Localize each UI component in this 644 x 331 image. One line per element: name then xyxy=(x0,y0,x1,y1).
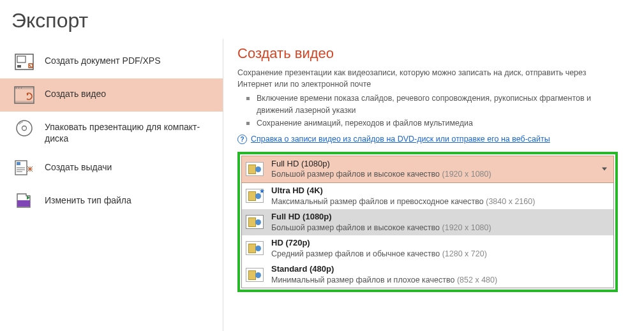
svg-rect-5 xyxy=(15,101,34,103)
quality-option-desc: Большой размер файлов и высокое качество… xyxy=(271,223,491,233)
svg-rect-1 xyxy=(17,56,26,63)
quality-dropdown-list: ★ Ultra HD (4K) Максимальный размер файл… xyxy=(241,183,614,289)
sidebar-item-label: Создать выдачи xyxy=(45,159,112,173)
quality-option-title: HD (720p) xyxy=(271,238,487,249)
svg-rect-12 xyxy=(17,162,20,165)
quality-selected-desc: Большой размер файлов и высокое качество… xyxy=(271,169,491,179)
quality-option-fullhd[interactable]: Full HD (1080p) Большой размер файлов и … xyxy=(242,209,613,235)
svg-point-9 xyxy=(17,121,32,136)
create-video-icon xyxy=(14,86,34,104)
quality-option-title: Standard (480p) xyxy=(271,264,497,275)
sidebar-item-label: Упаковать презентацию для компакт-диска xyxy=(45,119,211,144)
quality-dropdown: Full HD (1080p) Большой размер файлов и … xyxy=(237,152,618,293)
svg-point-8 xyxy=(21,87,22,89)
sidebar-item-label: Создать документ PDF/XPS xyxy=(45,53,161,67)
sidebar-item-create-video[interactable]: Создать видео xyxy=(0,78,223,112)
quality-option-hd[interactable]: HD (720p) Средний размер файлов и обычно… xyxy=(242,235,613,261)
svg-point-10 xyxy=(22,126,27,131)
svg-point-6 xyxy=(16,87,17,89)
quality-selected-title: Full HD (1080p) xyxy=(271,159,491,170)
sidebar-item-label: Изменить тип файла xyxy=(45,193,131,207)
chevron-down-icon xyxy=(602,168,607,171)
sidebar-item-package-cd[interactable]: Упаковать презентацию для компакт-диска xyxy=(0,112,223,152)
slide-thumb-icon xyxy=(246,162,264,176)
help-icon: ? xyxy=(237,135,247,144)
quality-option-standard[interactable]: Standard (480p) Минимальный размер файло… xyxy=(242,261,613,288)
content-bullets: Включение времени показа слайдов, речево… xyxy=(246,92,631,129)
content-bullet: Включение времени показа слайдов, речево… xyxy=(246,92,604,117)
svg-rect-2 xyxy=(17,65,21,68)
quality-option-desc: Средний размер файлов и обычное качество… xyxy=(271,249,487,259)
slide-thumb-icon xyxy=(246,215,264,229)
content-heading: Создать видео xyxy=(237,45,631,62)
page-title: Экспорт xyxy=(0,0,644,39)
sidebar-item-handouts[interactable]: Создать выдачи xyxy=(0,152,223,185)
slide-thumb-icon xyxy=(246,241,264,255)
main-row: Создать документ PDF/XPS Создать видео xyxy=(0,39,644,331)
slide-thumb-icon xyxy=(246,268,264,282)
quality-option-title: Full HD (1080p) xyxy=(271,212,491,223)
quality-option-title: Ultra HD (4K) xyxy=(271,186,535,196)
help-row: ? Справка о записи видео из слайдов на D… xyxy=(237,135,631,144)
sidebar-item-pdfxps[interactable]: Создать документ PDF/XPS xyxy=(0,45,223,78)
slide-thumb-icon: ★ xyxy=(246,189,264,203)
cd-icon xyxy=(14,119,34,137)
quality-dropdown-selected[interactable]: Full HD (1080p) Большой размер файлов и … xyxy=(241,156,614,183)
star-icon: ★ xyxy=(259,188,265,195)
change-filetype-icon xyxy=(14,193,34,210)
svg-rect-16 xyxy=(17,200,30,207)
help-link[interactable]: Справка о записи видео из слайдов на DVD… xyxy=(251,135,550,143)
quality-option-desc: Минимальный размер файлов и плохое качес… xyxy=(271,275,497,285)
content-panel: Создать видео Сохранение презентации как… xyxy=(223,39,644,331)
export-sidebar: Создать документ PDF/XPS Создать видео xyxy=(0,39,223,331)
quality-option-ultrahd[interactable]: ★ Ultra HD (4K) Максимальный размер файл… xyxy=(242,183,613,209)
content-bullet: Сохранение анимаций, переходов и файлов … xyxy=(246,117,604,129)
pdfxps-icon xyxy=(14,53,34,71)
quality-option-desc: Максимальный размер файлов и превосходно… xyxy=(271,196,535,207)
svg-point-7 xyxy=(19,87,20,89)
sidebar-item-change-filetype[interactable]: Изменить тип файла xyxy=(0,185,223,218)
sidebar-item-label: Создать видео xyxy=(45,86,106,100)
handouts-icon xyxy=(14,159,34,177)
svg-rect-4 xyxy=(15,87,34,89)
content-intro: Сохранение презентации как видеозаписи, … xyxy=(237,67,608,90)
